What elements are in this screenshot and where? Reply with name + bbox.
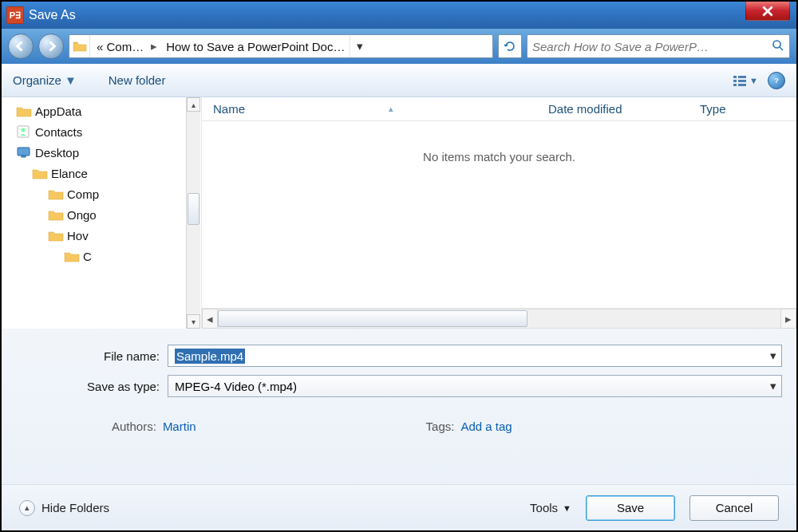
tree-item[interactable]: Contacts	[3, 121, 200, 142]
chevron-down-icon: ▼	[65, 73, 77, 87]
scroll-track[interactable]	[218, 309, 780, 329]
svg-point-0	[773, 41, 780, 48]
nav-back-button[interactable]	[8, 33, 34, 59]
chevron-down-icon: ▼	[563, 503, 571, 513]
new-folder-label: New folder	[109, 73, 166, 87]
filename-input[interactable]: Sample.mp4 ▾	[168, 345, 782, 367]
column-type[interactable]: Type	[689, 97, 796, 120]
svg-point-10	[22, 128, 26, 132]
desktop-icon	[16, 146, 32, 159]
view-options-button[interactable]: ▼	[733, 75, 758, 86]
tree-scrollbar[interactable]: ▴ ▾	[186, 97, 200, 329]
organize-button[interactable]: Organize ▼	[13, 73, 77, 87]
help-icon: ?	[772, 76, 781, 85]
collapse-icon: ▴	[19, 500, 35, 516]
tools-label: Tools	[530, 501, 558, 514]
svg-rect-6	[738, 84, 746, 86]
folder-icon	[16, 104, 32, 117]
refresh-icon	[504, 40, 516, 53]
tree-item-label: Desktop	[35, 146, 79, 160]
chevron-right-icon: ▸	[148, 39, 160, 53]
tree-item[interactable]: Hov	[3, 225, 200, 246]
column-label: Name	[213, 102, 245, 116]
tree-item-label: Contacts	[35, 125, 82, 139]
tree-item[interactable]: AppData	[3, 100, 200, 121]
breadcrumb-current[interactable]: How to Save a PowerPoint Doc…	[160, 35, 350, 57]
help-button[interactable]: ?	[768, 72, 785, 89]
scroll-right-button[interactable]: ▸	[780, 309, 796, 329]
scroll-thumb[interactable]	[188, 193, 200, 225]
savetype-select[interactable]: MPEG-4 Video (*.mp4) ▾	[168, 375, 782, 397]
powerpoint-app-icon: P∃	[6, 6, 24, 24]
savetype-label: Save as type:	[16, 380, 168, 393]
tree-item[interactable]: Elance	[3, 163, 200, 183]
tree-item-label: Ongo	[67, 208, 97, 222]
svg-rect-3	[733, 80, 737, 82]
tools-menu[interactable]: Tools ▼	[530, 501, 571, 514]
svg-text:?: ?	[774, 77, 779, 85]
scroll-left-button[interactable]: ◂	[202, 309, 218, 329]
svg-rect-1	[733, 76, 737, 78]
search-icon[interactable]	[772, 39, 784, 54]
svg-rect-2	[738, 76, 746, 78]
column-label: Type	[700, 102, 726, 116]
save-label: Save	[617, 501, 644, 514]
hide-folders-button[interactable]: ▴ Hide Folders	[19, 500, 109, 516]
chevron-down-icon[interactable]: ▾	[770, 379, 776, 393]
empty-message: No items match your search.	[202, 121, 796, 308]
close-icon	[762, 6, 773, 17]
breadcrumb-dropdown[interactable]: ▾	[350, 35, 369, 57]
dialog-footer: ▴ Hide Folders Tools ▼ Save Cancel	[2, 484, 796, 530]
refresh-button[interactable]	[498, 34, 522, 58]
tree-item[interactable]: Ongo	[3, 204, 200, 225]
column-date-modified[interactable]: Date modified	[537, 97, 689, 120]
tags-label: Tags:	[426, 420, 455, 433]
chevron-down-icon: ▼	[749, 76, 758, 85]
authors-value[interactable]: Martin	[163, 420, 196, 433]
search-input[interactable]	[532, 40, 772, 53]
filename-row: File name: Sample.mp4 ▾	[16, 345, 782, 367]
filename-value: Sample.mp4	[175, 349, 245, 364]
folder-icon	[32, 167, 48, 179]
column-name[interactable]: Name ▴	[202, 97, 537, 120]
save-button[interactable]: Save	[586, 495, 675, 521]
nav-bar: « Com… ▸ How to Save a PowerPoint Doc… ▾	[2, 29, 796, 64]
tags-value[interactable]: Add a tag	[460, 420, 512, 433]
folder-tree[interactable]: AppData Contacts Desktop Elance Comp Ong…	[2, 97, 201, 329]
tree-item-label: Comp	[67, 187, 99, 201]
breadcrumb-parent[interactable]: « Com…	[90, 35, 148, 57]
column-headers: Name ▴ Date modified Type	[202, 97, 796, 121]
svg-rect-5	[733, 84, 737, 86]
breadcrumb[interactable]: « Com… ▸ How to Save a PowerPoint Doc… ▾	[69, 34, 493, 58]
tree-item-label: Elance	[51, 167, 88, 180]
cancel-button[interactable]: Cancel	[689, 495, 779, 521]
nav-forward-button[interactable]	[38, 33, 64, 59]
toolbar: Organize ▼ New folder ▼ ?	[2, 64, 796, 97]
scroll-up-button[interactable]: ▴	[187, 97, 200, 112]
svg-rect-11	[18, 148, 30, 156]
cancel-label: Cancel	[716, 501, 753, 514]
search-box[interactable]	[527, 34, 790, 58]
new-folder-button[interactable]: New folder	[109, 73, 166, 87]
tree-item[interactable]: Desktop	[3, 142, 200, 163]
tree-item[interactable]: Comp	[3, 183, 200, 204]
folder-icon	[48, 187, 64, 200]
authors-label: Authors:	[112, 420, 156, 433]
chevron-down-icon[interactable]: ▾	[770, 349, 776, 363]
horizontal-scrollbar[interactable]: ◂ ▸	[202, 308, 796, 329]
main-panel: AppData Contacts Desktop Elance Comp Ong…	[2, 97, 796, 329]
svg-rect-12	[22, 156, 26, 157]
close-window-button[interactable]	[745, 2, 790, 21]
folder-icon	[48, 208, 64, 221]
savetype-value: MPEG-4 Video (*.mp4)	[175, 380, 297, 393]
folder-icon	[48, 229, 64, 242]
column-label: Date modified	[548, 102, 622, 116]
scroll-down-button[interactable]: ▾	[187, 314, 200, 329]
sort-indicator-icon: ▴	[389, 104, 393, 114]
file-list-area: Name ▴ Date modified Type No items match…	[201, 97, 796, 329]
scroll-thumb[interactable]	[218, 310, 527, 327]
tree-item-label: C	[83, 250, 92, 263]
tree-item[interactable]: C	[3, 246, 200, 266]
arrow-left-icon	[15, 41, 26, 52]
titlebar: P∃ Save As	[2, 2, 796, 29]
